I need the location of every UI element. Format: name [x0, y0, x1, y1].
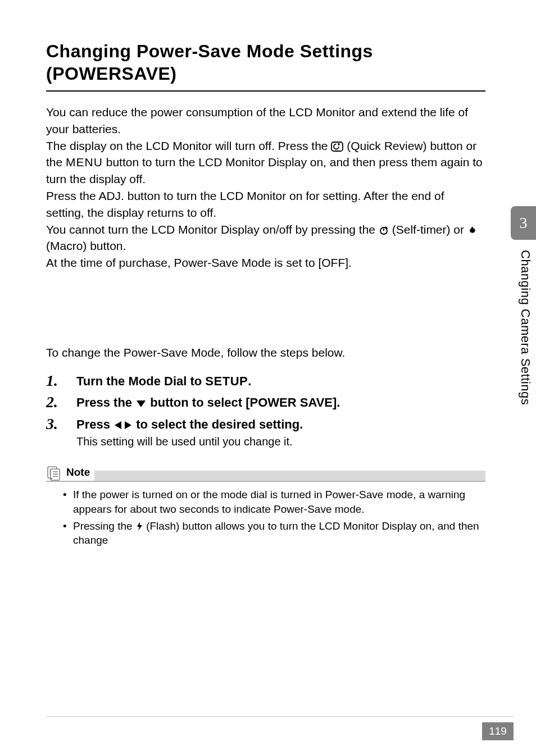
svg-marker-4: [115, 421, 121, 429]
chapter-tab: 3: [511, 206, 536, 240]
left-right-arrow-icon: [113, 420, 133, 430]
down-arrow-icon: [135, 398, 147, 408]
step-3-head: Press to select the desired setting.: [76, 416, 435, 433]
intro-p2a: The display on the LCD Monitor will turn…: [46, 139, 331, 152]
step-2: Press the button to select [POWER SAVE].: [46, 394, 435, 411]
quick-review-icon: [331, 142, 343, 152]
step-1: Turn the Mode Dial to SETUP.: [46, 373, 435, 390]
step-1-pre: Turn the Mode Dial to: [76, 374, 205, 388]
step-3-mid: to select the desired setting.: [136, 417, 303, 431]
intro-p4b: (Self-timer) or: [392, 223, 467, 236]
note-icon: [46, 465, 62, 481]
note-block: Note If the power is turned on or the mo…: [46, 465, 485, 548]
self-timer-icon: [379, 225, 389, 235]
svg-marker-14: [137, 522, 142, 531]
step-1-head: Turn the Mode Dial to SETUP.: [76, 373, 435, 390]
flash-icon: [135, 521, 143, 531]
note-items: If the power is turned on or the mode di…: [63, 488, 485, 548]
note-label: Note: [66, 466, 90, 480]
note-bar: [94, 471, 485, 481]
intro-p2: The display on the LCD Monitor will turn…: [46, 138, 485, 188]
intro-p4: You cannot turn the LCD Monitor Display …: [46, 221, 485, 255]
intro-p4a: You cannot turn the LCD Monitor Display …: [46, 223, 379, 236]
intro-p4c: (Macro) button.: [46, 239, 126, 252]
macro-icon: [467, 225, 478, 235]
menu-word: MENU: [66, 156, 103, 168]
step-2-mid: button to select [POWER SAVE].: [150, 395, 340, 409]
step-3: Press to select the desired setting. Thi…: [46, 416, 435, 450]
page-number: 119: [482, 722, 514, 740]
side-band: 3 Changing Camera Settings: [502, 0, 536, 756]
setup-word: SETUP: [205, 374, 248, 388]
intro-p5: At the time of purchase, Power-Save Mode…: [46, 254, 485, 271]
svg-marker-3: [137, 400, 146, 407]
note-item-1: If the power is turned on or the mode di…: [63, 488, 485, 516]
intro-p3: Press the ADJ. button to turn the LCD Mo…: [46, 188, 485, 221]
step-1-post: .: [248, 374, 251, 388]
step-3-pre: Press: [76, 417, 113, 431]
step-3-body: This setting will be used until you chan…: [76, 434, 435, 450]
footer-rule: 119: [46, 716, 514, 717]
lead-text: To change the Power-Save Mode, follow th…: [46, 344, 435, 361]
steps-list: Turn the Mode Dial to SETUP. Press the b…: [46, 373, 502, 450]
intro-p2c: button to turn the LCD Monitor Display o…: [46, 156, 483, 185]
note-header: Note: [46, 465, 485, 482]
page-heading: Changing Power-Save Mode Settings (POWER…: [46, 40, 485, 92]
step-2-pre: Press the: [76, 395, 135, 409]
svg-rect-0: [331, 142, 343, 151]
note-item-2: Pressing the (Flash) button allows you t…: [63, 519, 485, 548]
intro-p1: You can reduce the power consumption of …: [46, 104, 485, 138]
intro-text: You can reduce the power consumption of …: [46, 104, 485, 271]
svg-marker-5: [125, 421, 131, 429]
step-2-head: Press the button to select [POWER SAVE].: [76, 394, 435, 411]
chapter-label: Changing Camera Settings: [519, 250, 532, 405]
note-item-2-pre: Pressing the: [73, 520, 135, 532]
